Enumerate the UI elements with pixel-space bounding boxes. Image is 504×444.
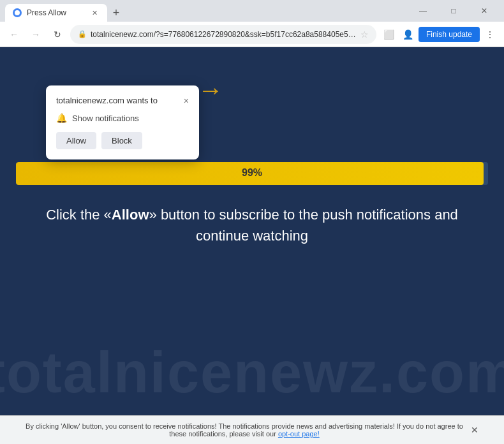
window-controls: — □ ✕ [408, 0, 499, 22]
popup-header: totalnicenewz.com wants to × [56, 96, 189, 105]
close-button[interactable]: ✕ [470, 0, 499, 22]
profile-icon[interactable]: 👤 [399, 26, 417, 43]
minimize-button[interactable]: — [408, 0, 438, 22]
url-bar[interactable]: 🔒 totalnicenewz.com/?s=77680612267289082… [70, 25, 376, 44]
cta-text: Click the «Allow» button to subscribe to… [46, 204, 458, 246]
forward-button[interactable]: → [27, 26, 45, 43]
tab-title: Press Allow [27, 8, 84, 17]
block-button[interactable]: Block [101, 132, 142, 149]
refresh-button[interactable]: ↻ [48, 26, 66, 43]
progress-container: 99% [16, 162, 488, 185]
notification-label: Show notifications [72, 114, 139, 123]
allow-button[interactable]: Allow [56, 132, 96, 149]
notification-popup: totalnicenewz.com wants to × 🔔 Show noti… [46, 85, 199, 159]
extensions-icon[interactable]: ⬜ [380, 26, 398, 43]
popup-title: totalnicenewz.com wants to [56, 96, 158, 105]
popup-buttons: Allow Block [56, 132, 189, 149]
address-bar: ← → ↻ 🔒 totalnicenewz.com/?s=77680612267… [0, 22, 504, 47]
bottom-banner: By clicking 'Allow' button, you consent … [0, 415, 504, 444]
banner-text: By clicking 'Allow' button, you consent … [26, 422, 463, 438]
new-tab-button[interactable]: + [107, 4, 125, 22]
bookmark-icon[interactable]: ☆ [360, 29, 369, 40]
arrow-indicator: ← [198, 76, 223, 105]
active-tab[interactable]: Press Allow ✕ [5, 4, 107, 22]
popup-close-button[interactable]: × [184, 96, 189, 105]
back-button[interactable]: ← [5, 26, 23, 43]
watermark-text: totalnicenewz.com [0, 340, 504, 406]
tab-favicon [13, 8, 22, 17]
popup-notification-row: 🔔 Show notifications [56, 113, 189, 123]
url-text: totalnicenewz.com/?s=776806122672890820&… [91, 30, 357, 39]
bell-icon: 🔔 [56, 113, 67, 123]
toolbar-icons: ⬜ 👤 Finish update ⋮ [380, 26, 499, 43]
banner-close-button[interactable]: ✕ [471, 425, 478, 435]
cta-allow-bold: Allow [112, 207, 149, 223]
title-bar: Press Allow ✕ + — □ ✕ [0, 0, 504, 22]
browser-window: Press Allow ✕ + — □ ✕ ← → ↻ 🔒 totalnicen… [0, 0, 504, 444]
page-content: totalnicenewz.com ← totalnicenewz.com wa… [0, 47, 504, 444]
menu-button[interactable]: ⋮ [481, 26, 499, 43]
tab-bar: Press Allow ✕ + [5, 0, 406, 22]
tab-close-button[interactable]: ✕ [89, 8, 100, 18]
lock-icon: 🔒 [78, 30, 87, 38]
progress-label: 99% [242, 167, 262, 179]
maximize-button[interactable]: □ [439, 0, 468, 22]
finish-update-button[interactable]: Finish update [419, 27, 480, 42]
opt-out-link[interactable]: opt-out page! [278, 430, 320, 438]
